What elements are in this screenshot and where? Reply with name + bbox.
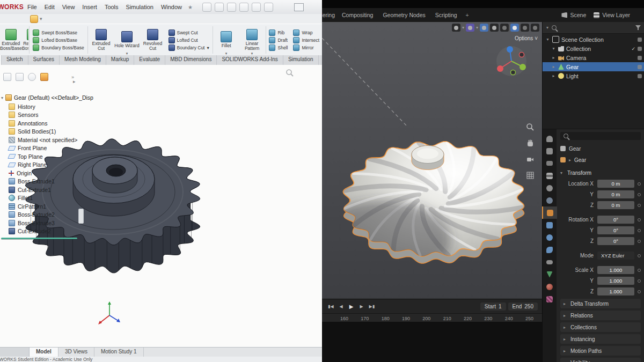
animate-dot-icon[interactable] — [638, 218, 641, 221]
expand-arrow-icon[interactable]: ▸ — [551, 55, 556, 60]
navigation-gizmo[interactable] — [495, 45, 528, 78]
scene-selector[interactable]: Scene — [561, 12, 594, 18]
ribbon-tab[interactable]: Sketch — [2, 55, 28, 65]
add-workspace-button[interactable]: + — [462, 9, 473, 21]
ribbon-tab[interactable]: SOLIDWORKS Add-Ins — [217, 55, 283, 65]
move-view-hand-icon[interactable] — [526, 139, 535, 147]
toggle-ortho-grid-icon[interactable] — [526, 171, 535, 180]
filter-icon[interactable] — [635, 25, 641, 30]
outliner-row[interactable]: ▸ Gear — [543, 62, 644, 71]
field-value[interactable]: 0 m — [597, 190, 634, 198]
tree-item[interactable]: Boss-Extrude1 — [0, 178, 79, 186]
collapsed-section[interactable]: ▸ Motion Paths — [560, 346, 641, 356]
visibility-toggles[interactable] — [635, 38, 642, 42]
expand-arrow-icon[interactable]: ▾ — [1, 95, 3, 100]
caret-down-icon[interactable]: ▾ — [476, 25, 478, 30]
tree-item[interactable]: Origin — [0, 169, 79, 178]
tree-item[interactable]: Cut-Extrude2 — [0, 227, 79, 236]
properties-tab[interactable] — [543, 194, 557, 206]
zoom-icon[interactable] — [526, 123, 535, 131]
material-shading-icon[interactable] — [521, 24, 529, 32]
field-value[interactable]: 1.000 — [597, 266, 634, 274]
start-frame-field[interactable]: Start1 — [480, 302, 506, 311]
workspace-tab[interactable]: Scripting — [430, 9, 462, 21]
tree-item[interactable]: Front Plane — [0, 144, 79, 153]
properties-tab[interactable] — [543, 145, 557, 157]
outliner-row[interactable]: ▾ Scene Collection — [543, 35, 644, 44]
collapsed-section[interactable]: ▸ Visibility — [560, 358, 641, 362]
ribbon-tab[interactable]: Mesh Modeling — [60, 55, 106, 65]
print-icon[interactable] — [252, 3, 261, 12]
next-keyframe-icon[interactable]: ▶ — [358, 304, 364, 309]
properties-tab[interactable] — [543, 132, 557, 145]
ribbon-button[interactable]: Wrap — [293, 29, 319, 36]
ribbon-button[interactable]: Mirror — [293, 45, 319, 51]
tree-item[interactable]: CirPattern1 — [0, 202, 79, 211]
properties-tab[interactable] — [542, 206, 557, 219]
view-layer-selector[interactable]: View Layer — [594, 12, 644, 18]
favorites-icon[interactable] — [30, 15, 38, 23]
previous-keyframe-icon[interactable]: ◀ — [338, 304, 345, 309]
ribbon-button[interactable]: Lofted Cut — [169, 37, 209, 43]
rollback-bar[interactable] — [1, 238, 77, 239]
tree-item[interactable]: Right Plane — [0, 161, 79, 169]
ribbon-big-button[interactable]: Extruded Cut — [89, 24, 114, 56]
field-value[interactable]: 0 m — [597, 180, 634, 188]
options-menu[interactable]: Options ˅ — [515, 35, 538, 41]
animate-dot-icon[interactable] — [638, 269, 641, 272]
animate-dot-icon[interactable] — [638, 279, 641, 283]
open-icon[interactable] — [227, 3, 236, 12]
animate-dot-icon[interactable] — [638, 193, 641, 196]
gizmo-toggle-icon[interactable] — [480, 24, 488, 32]
ribbon-big-button[interactable]: Revolved Cut — [140, 24, 166, 56]
visibility-toggles[interactable] — [635, 56, 642, 60]
menu-item[interactable]: Insert — [78, 2, 101, 12]
properties-tab[interactable] — [543, 231, 557, 243]
new-document-icon[interactable] — [215, 3, 224, 12]
active-object-row[interactable]: Gear — [560, 144, 641, 153]
tree-item[interactable]: Boss-Extrude3 — [0, 219, 79, 227]
properties-tab[interactable] — [543, 169, 557, 182]
configuration-tab-icon[interactable] — [28, 73, 36, 81]
menu-item[interactable]: Simulation — [122, 2, 157, 12]
collapsed-section[interactable]: ▸ Collections — [560, 322, 641, 332]
ribbon-button[interactable]: Draft — [269, 37, 288, 43]
tree-item[interactable]: Material <not specified> — [0, 136, 79, 144]
ribbon-button[interactable]: Shell — [269, 45, 288, 51]
tree-item[interactable]: Fillet1 — [0, 194, 79, 203]
properties-tab[interactable] — [543, 280, 557, 293]
menu-item[interactable]: Edit — [41, 2, 58, 12]
expand-arrow-icon[interactable]: ▸ — [551, 73, 556, 78]
expand-arrow-icon[interactable]: ▸ — [551, 64, 556, 69]
animate-dot-icon[interactable] — [638, 254, 641, 257]
field-value[interactable]: 1.000 — [597, 287, 634, 295]
field-value[interactable]: 0° — [597, 216, 634, 224]
workspace-tab[interactable]: Geometry Nodes — [378, 9, 430, 21]
window-icon[interactable] — [294, 3, 304, 11]
animate-dot-icon[interactable] — [638, 229, 641, 232]
field-value[interactable]: 0° — [597, 226, 634, 234]
tree-item[interactable]: Sensors — [0, 111, 79, 120]
properties-tab[interactable] — [543, 293, 557, 305]
ribbon-big-button[interactable]: Linear Pattern▾ — [239, 24, 265, 56]
overlays-icon[interactable] — [490, 24, 499, 32]
menu-item[interactable]: View — [58, 2, 79, 12]
field-value[interactable]: 1.000 — [597, 277, 634, 285]
visibility-toggles[interactable]: ✓ — [631, 46, 642, 51]
feature-tree-tab-icon[interactable] — [3, 73, 11, 81]
breadcrumb[interactable]: ▸ Gear — [560, 155, 641, 165]
timeline-ruler[interactable]: 160170180190200210220230240250 — [322, 314, 542, 322]
ribbon-tab[interactable]: Simulation — [283, 55, 319, 65]
bottom-tab[interactable]: Motion Study 1 — [94, 348, 144, 357]
ribbon-big-button[interactable]: Fillet▾ — [214, 24, 239, 56]
animate-dot-icon[interactable] — [638, 182, 641, 186]
tree-root-item[interactable]: ▾ Gear (Default) <<Default>_Disp — [1, 94, 79, 101]
property-manager-tab-icon[interactable] — [16, 73, 24, 81]
tree-item[interactable]: Top Plane — [0, 152, 79, 161]
tree-item[interactable]: Solid Bodies(1) — [0, 128, 79, 136]
collapsed-section[interactable]: ▸ Delta Transform — [560, 299, 641, 308]
outliner-row[interactable]: ▾ Collection ✓ — [543, 44, 644, 53]
menu-item[interactable]: Tools — [101, 2, 122, 12]
animate-dot-icon[interactable] — [638, 240, 641, 243]
ribbon-tab[interactable]: Evaluate — [134, 55, 165, 65]
